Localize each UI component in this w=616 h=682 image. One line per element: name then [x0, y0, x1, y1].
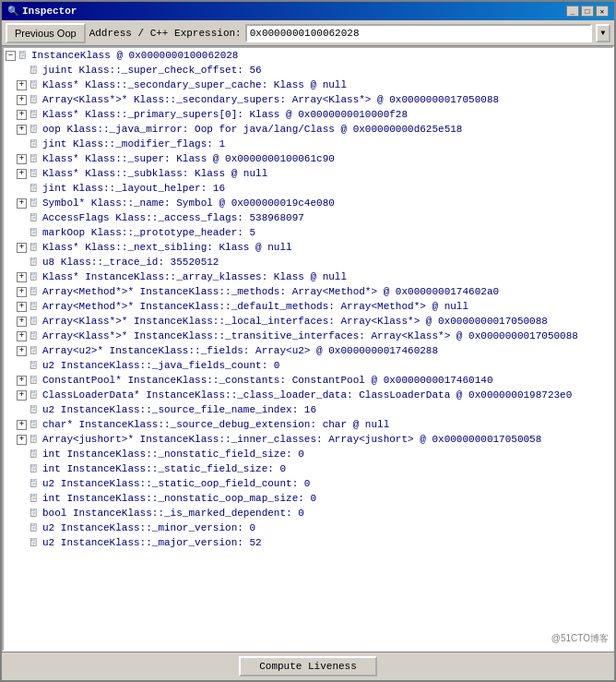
svg-rect-71	[30, 257, 34, 260]
tree-row[interactable]: + ClassLoaderData* InstanceKlass::_class…	[4, 388, 612, 402]
tree-row[interactable]: + Array<u2>* InstanceKlass::_fields: Arr…	[4, 343, 612, 358]
tree-row[interactable]: + Klass* InstanceKlass::_array_klasses: …	[4, 269, 612, 284]
tree-row[interactable]: + Array<Method*>* InstanceKlass::_defaul…	[4, 299, 612, 314]
expand-collapse-button[interactable]: +	[17, 80, 27, 90]
tree-row[interactable]: u2 InstanceKlass::_minor_version: 0	[4, 520, 612, 535]
tree-row[interactable]: juint Klass::_super_check_offset: 56	[4, 63, 612, 78]
expand-collapse-button[interactable]: +	[17, 243, 27, 253]
tree-row[interactable]: int InstanceKlass::_static_field_size: 0	[4, 461, 612, 476]
tree-row[interactable]: + Array<Klass*>* InstanceKlass::_transit…	[4, 329, 612, 343]
previous-oop-button[interactable]: Previous Oop	[6, 23, 86, 43]
svg-rect-136	[30, 449, 34, 452]
svg-rect-146	[30, 479, 34, 482]
tree-row[interactable]: − InstanceKlass @ 0x0000000100062028	[4, 48, 612, 63]
tree-item-text: Array<u2>* InstanceKlass::_fields: Array…	[42, 345, 438, 356]
file-icon	[18, 51, 29, 60]
file-icon	[29, 479, 40, 488]
tree-row[interactable]: + Array<Method*>* InstanceKlass::_method…	[4, 284, 612, 299]
svg-rect-131	[30, 435, 34, 437]
dropdown-arrow-button[interactable]: ▼	[596, 24, 610, 42]
tree-row[interactable]: + char* InstanceKlass::_source_debug_ext…	[4, 417, 612, 432]
tree-row[interactable]: + oop Klass::_java_mirror: Oop for java/…	[4, 122, 612, 137]
tree-item-text: jint Klass::_modifier_flags: 1	[42, 138, 225, 150]
expand-collapse-button[interactable]: +	[17, 272, 27, 282]
title-bar: 🔍 Inspector _ □ ✕	[2, 2, 614, 20]
tree-row[interactable]: AccessFlags Klass::_access_flags: 538968…	[4, 210, 612, 225]
tree-row[interactable]: u2 InstanceKlass::_major_version: 52	[4, 535, 612, 550]
tree-row[interactable]: u2 InstanceKlass::_java_fields_count: 0	[4, 358, 612, 373]
expand-collapse-button[interactable]: +	[17, 169, 27, 179]
tree-row[interactable]: + Array<Klass*>* Klass::_secondary_super…	[4, 92, 612, 107]
restore-button[interactable]: □	[581, 6, 594, 17]
expand-collapse-button[interactable]: +	[17, 125, 27, 135]
svg-rect-101	[30, 346, 34, 349]
svg-rect-56	[30, 213, 34, 216]
expand-collapse-button[interactable]: +	[17, 110, 27, 120]
expand-collapse-button[interactable]: +	[17, 420, 27, 430]
tree-item-text: u2 InstanceKlass::_major_version: 52	[42, 537, 262, 548]
tree-row[interactable]: + Klass* Klass::_next_sibling: Klass @ n…	[4, 240, 612, 255]
file-icon	[29, 464, 40, 473]
compute-liveness-button[interactable]: Compute Liveness	[239, 656, 377, 676]
tree-row[interactable]: int InstanceKlass::_nonstatic_oop_map_si…	[4, 491, 612, 506]
tree-row[interactable]: + Klass* Klass::_secondary_super_cache: …	[4, 78, 612, 92]
tree-item-text: u2 InstanceKlass::_static_oop_field_coun…	[42, 478, 310, 489]
svg-rect-46	[30, 184, 34, 186]
expand-collapse-button[interactable]: +	[17, 376, 27, 386]
tree-row[interactable]: + Array<Klass*>* InstanceKlass::_local_i…	[4, 314, 612, 329]
svg-rect-41	[30, 169, 34, 172]
expand-collapse-button[interactable]: −	[6, 51, 16, 61]
file-icon	[29, 80, 40, 90]
close-button[interactable]: ✕	[596, 6, 609, 17]
expand-collapse-button[interactable]: +	[17, 287, 27, 297]
file-icon	[29, 494, 40, 503]
file-icon	[29, 95, 40, 104]
toolbar: Previous Oop Address / C++ Expression: ▼	[2, 20, 614, 46]
tree-row[interactable]: markOop Klass::_prototype_header: 5	[4, 225, 612, 240]
file-icon	[29, 346, 40, 355]
tree-item-text: Klass* Klass::_next_sibling: Klass @ nul…	[42, 242, 292, 253]
tree-row[interactable]: + Klass* Klass::_primary_supers[0]: Klas…	[4, 107, 612, 122]
file-icon	[29, 331, 40, 341]
expand-collapse-button[interactable]: +	[17, 95, 27, 105]
tree-row[interactable]: + Klass* Klass::_subklass: Klass @ null	[4, 166, 612, 181]
expand-collapse-button[interactable]: +	[17, 331, 27, 341]
minimize-button[interactable]: _	[566, 6, 579, 17]
expand-collapse-button[interactable]: +	[17, 198, 27, 209]
tree-item-text: u2 InstanceKlass::_source_file_name_inde…	[42, 404, 316, 415]
bottom-bar: Compute Liveness	[2, 652, 614, 680]
tree-row[interactable]: bool InstanceKlass::_is_marked_dependent…	[4, 506, 612, 520]
tree-row[interactable]: u2 InstanceKlass::_static_oop_field_coun…	[4, 476, 612, 491]
svg-rect-1	[19, 51, 23, 54]
expand-collapse-button[interactable]: +	[17, 317, 27, 327]
expand-collapse-button[interactable]: +	[17, 435, 27, 445]
expand-collapse-button[interactable]: +	[17, 302, 27, 312]
file-icon	[29, 420, 40, 429]
file-icon	[29, 317, 40, 326]
svg-rect-86	[30, 302, 34, 305]
tree-row[interactable]: + Klass* Klass::_super: Klass @ 0x000000…	[4, 151, 612, 166]
tree-row[interactable]: jint Klass::_modifier_flags: 1	[4, 137, 612, 151]
main-window: 🔍 Inspector _ □ ✕ Previous Oop Address /…	[0, 0, 616, 682]
tree-item-text: oop Klass::_java_mirror: Oop for java/la…	[42, 124, 462, 135]
tree-row[interactable]: u8 Klass::_trace_id: 35520512	[4, 255, 612, 269]
expand-collapse-button[interactable]: +	[17, 346, 27, 356]
tree-item-text: bool InstanceKlass::_is_marked_dependent…	[42, 508, 304, 519]
tree-row[interactable]: + Array<jushort>* InstanceKlass::_inner_…	[4, 432, 612, 447]
tree-item-text: ClassLoaderData* InstanceKlass::_class_l…	[42, 389, 572, 401]
tree-row[interactable]: + ConstantPool* InstanceKlass::_constant…	[4, 373, 612, 388]
expand-collapse-button[interactable]: +	[17, 390, 27, 401]
address-input[interactable]	[245, 24, 592, 42]
tree-row[interactable]: jint Klass::_layout_helper: 16	[4, 181, 612, 196]
expand-collapse-button[interactable]: +	[17, 154, 27, 164]
tree-row[interactable]: int InstanceKlass::_nonstatic_field_size…	[4, 447, 612, 461]
tree-container[interactable]: − InstanceKlass @ 0x0000000100062028 jui…	[2, 46, 614, 652]
tree-row[interactable]: + Symbol* Klass::_name: Symbol @ 0x00000…	[4, 196, 612, 210]
tree-row[interactable]: u2 InstanceKlass::_source_file_name_inde…	[4, 402, 612, 417]
tree-item-text: Klass* Klass::_subklass: Klass @ null	[42, 168, 267, 179]
svg-rect-151	[30, 494, 34, 497]
tree-item-text: Array<Klass*>* InstanceKlass::_local_int…	[42, 316, 548, 327]
svg-rect-91	[30, 317, 34, 319]
svg-rect-11	[30, 80, 34, 83]
file-icon	[29, 287, 40, 296]
